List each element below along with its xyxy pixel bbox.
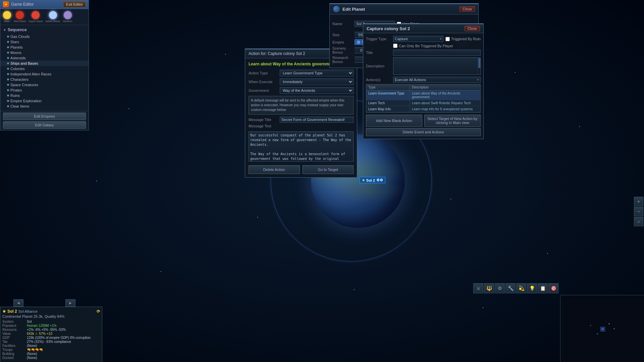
pirates-label: Pirates: [10, 88, 22, 92]
ep-name-label: Name: [332, 22, 353, 26]
asteroids-dot: [7, 57, 9, 59]
can-only-be-triggered-checkbox[interactable]: [393, 44, 397, 48]
sidebar-item-empire-exploration[interactable]: Empire Exploration: [0, 98, 89, 104]
moons-label: Moons: [10, 51, 21, 55]
refresh-icon[interactable]: ⟳: [97, 309, 100, 314]
sidebar-item-pirates[interactable]: Pirates: [0, 87, 89, 93]
table-row-0[interactable]: Learn Government Type Learn about Way of…: [366, 90, 480, 100]
cp-description-area[interactable]: [393, 58, 478, 74]
toolbar-icon-7[interactable]: 🎯: [548, 283, 558, 293]
capture-panel-title-text: Capture colony Sol 2: [367, 26, 410, 31]
facilities-label: Facilities: [2, 344, 24, 348]
main-star-circle: [3, 11, 11, 19]
neutron-label: Neutron: [63, 20, 72, 23]
resource-row: Resource +2% -6% +5% -56% -53%: [2, 328, 100, 331]
value-value: 643k ☆ 57% +10: [27, 332, 52, 336]
toolbar-icon-5[interactable]: 💡: [527, 283, 537, 293]
add-new-blank-action-button[interactable]: Add New Blank Action: [366, 115, 422, 127]
go-to-target-button[interactable]: Go to Target: [303, 165, 354, 174]
triggered-by-ruin-text: Triggered By Ruin: [451, 37, 481, 41]
sidebar-item-moons[interactable]: Moons: [0, 50, 89, 55]
empire-dot: [357, 41, 360, 44]
ships-label: Ships and Bases: [10, 61, 38, 65]
star-option-white-dwarf[interactable]: White Dwarf: [46, 11, 60, 23]
star-option-neutron[interactable]: Neutron: [63, 11, 72, 23]
edit-empires-button[interactable]: Edit Empires: [3, 113, 86, 120]
colonies-label: Colonies: [10, 67, 25, 71]
svg-point-2: [608, 323, 610, 324]
actions-table-container: Type Description Learn Government Type L…: [366, 84, 481, 113]
sidebar-item-ruins[interactable]: Ruins: [0, 93, 89, 98]
game-editor-panel: ✦ Game Editor Exit Editor Main Red Giant…: [0, 0, 89, 130]
government-row: Government Way of the Ancients: [249, 87, 354, 94]
star-option-main[interactable]: Main: [3, 11, 11, 23]
ep-scenery-label: Scenery Bonus: [332, 46, 353, 54]
delete-event-button[interactable]: Delete Event and Actions: [366, 128, 481, 136]
gdp-label: GDP: [2, 336, 24, 340]
table-row-2[interactable]: Learn Map Info Learn map info for 8 unex…: [366, 106, 480, 112]
cp-title-input[interactable]: [393, 50, 481, 56]
populace-row: Populace Human 1289M +1%: [2, 324, 100, 327]
game-editor-titlebar: ✦ Game Editor Exit Editor: [0, 0, 89, 9]
sidebar-item-independent-alien-races[interactable]: Independent Alien Races: [0, 71, 89, 77]
toolbar-icon-2[interactable]: ⚙: [495, 283, 505, 293]
desc-scrollbar[interactable]: [478, 58, 480, 74]
desc-scrollbar-thumb: [478, 58, 480, 68]
trigger-type-select[interactable]: Capture: [393, 36, 443, 42]
title-left: ✦ Game Editor: [3, 1, 34, 7]
action-dialog-content: Learn about Way of the Ancients governme…: [245, 58, 357, 177]
sidebar-item-planets[interactable]: Planets: [0, 45, 89, 50]
message-text-row: Message Text: [249, 124, 354, 128]
sidebar-item-colonies[interactable]: Colonies: [0, 66, 89, 71]
sidebar-item-ships-and-bases[interactable]: Ships and Bases: [0, 61, 89, 66]
sidebar-item-stars[interactable]: Stars: [0, 39, 89, 45]
actions-select[interactable]: Execute All Actions: [393, 77, 481, 83]
main-star-label: Main: [4, 20, 10, 23]
svg-point-5: [590, 325, 591, 326]
toolbar-icon-6[interactable]: 📋: [538, 283, 548, 293]
system-label: System: [2, 320, 24, 323]
sidebar-item-gas-clouds[interactable]: Gas Clouds: [0, 34, 89, 39]
sidebar-item-clear-items[interactable]: Clear Items: [0, 104, 89, 109]
government-select[interactable]: Way of the Ancients: [280, 87, 354, 94]
select-target-button[interactable]: Select Target of New Action by clicking …: [424, 115, 481, 127]
action-type-select[interactable]: Learn Government Type: [280, 70, 354, 76]
delete-action-button[interactable]: Delete Action: [249, 165, 300, 174]
message-text-input[interactable]: Our successful conquest of the planet So…: [249, 131, 354, 162]
table-header: Type Description: [366, 84, 480, 90]
map-reset[interactable]: ○: [634, 217, 643, 226]
map-zoom-in[interactable]: +: [634, 197, 643, 206]
government-label: Government: [249, 88, 277, 93]
triggered-by-ruin-checkbox[interactable]: [445, 37, 450, 41]
toolbar-icon-1[interactable]: 🔱: [484, 283, 494, 293]
message-title-input[interactable]: [280, 117, 354, 123]
characters-dot: [7, 78, 9, 80]
table-row-1[interactable]: Learn Tech Learn about Swift Robotic Rep…: [366, 100, 480, 106]
sequence-items: Gas Clouds Stars Planets Moons Asteroids…: [0, 33, 89, 110]
troops-value: 🔫🔫🔫🔫: [27, 348, 43, 352]
when-execute-select[interactable]: Immediately: [280, 78, 354, 85]
toolbar-icon-3[interactable]: 🔧: [505, 283, 516, 293]
planet-subtitle: Continental Planet 25.3k, Quality 84%: [2, 314, 100, 318]
capture-panel-close-button[interactable]: Close: [465, 26, 480, 31]
edit-galaxy-button[interactable]: Edit Galaxy: [3, 121, 86, 129]
actions-header: Action(s) Execute All Actions: [366, 77, 481, 83]
next-arrow[interactable]: ►: [65, 299, 75, 307]
star-option-super-giant[interactable]: Super Giant: [29, 11, 43, 23]
planet-label: ★ Sol 2 ⚙⚙: [360, 177, 385, 183]
when-execute-select-wrapper: Immediately: [280, 78, 354, 85]
toolbar-icon-0[interactable]: ⚔: [473, 283, 483, 293]
trigger-type-label: Trigger Type: [366, 37, 391, 41]
toolbar-icon-4[interactable]: 💫: [516, 283, 526, 293]
map-zoom-out[interactable]: −: [634, 207, 643, 216]
sidebar-item-asteroids[interactable]: Asteroids: [0, 55, 89, 61]
sidebar-item-characters[interactable]: Characters: [0, 77, 89, 82]
star-option-red-giant[interactable]: Red Giant: [14, 11, 26, 23]
ep-size-label: Size: [332, 33, 353, 37]
clear-dot: [7, 105, 9, 107]
edit-planet-close-button[interactable]: Close: [460, 6, 475, 12]
sidebar-item-space-creatures[interactable]: Space Creatures: [0, 82, 89, 87]
prev-arrow[interactable]: ◄: [13, 299, 23, 307]
exit-editor-button[interactable]: Exit Editor: [63, 1, 86, 7]
svg-point-3: [597, 333, 598, 335]
